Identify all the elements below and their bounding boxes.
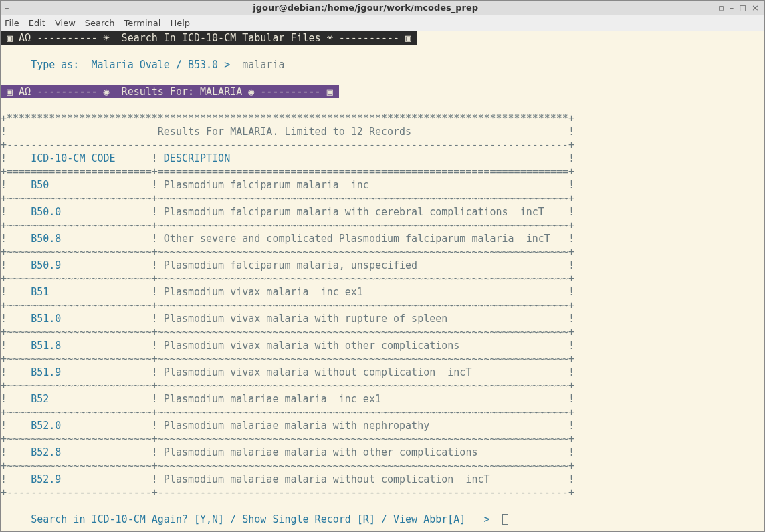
maximize-icon[interactable]: ◻	[739, 3, 746, 13]
menu-edit[interactable]: Edit	[29, 18, 45, 28]
minimize-icon[interactable]: ▫	[718, 3, 724, 13]
terminal-window: – jgour@debian:/home/jgour/work/mcodes_p…	[0, 0, 765, 532]
menu-file[interactable]: File	[5, 18, 19, 28]
menubar: File Edit View Search Terminal Help	[1, 15, 764, 31]
window-titlebar[interactable]: – jgour@debian:/home/jgour/work/mcodes_p…	[1, 1, 764, 15]
close-icon[interactable]: ×	[752, 3, 759, 13]
menu-help[interactable]: Help	[170, 18, 190, 28]
shade-icon[interactable]: –	[730, 3, 734, 13]
menu-terminal[interactable]: Terminal	[124, 18, 160, 28]
menu-view[interactable]: View	[55, 18, 76, 28]
menu-search[interactable]: Search	[85, 18, 115, 28]
window-menu-icon[interactable]: –	[1, 3, 13, 13]
window-title: jgour@debian:/home/jgour/work/mcodes_pre…	[13, 3, 718, 13]
terminal-content[interactable]: ▣ AΩ ---------- ☀ Search In ICD-10-CM Ta…	[1, 31, 764, 531]
